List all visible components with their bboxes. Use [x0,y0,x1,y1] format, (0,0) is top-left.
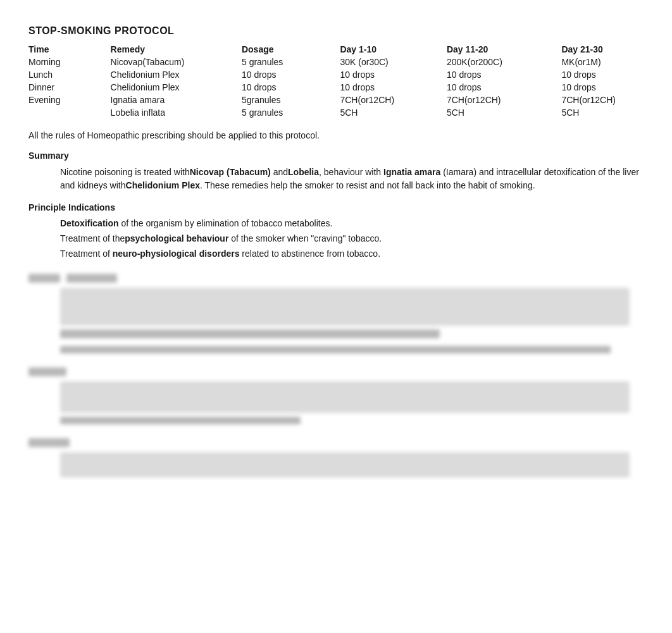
principle-body: Detoxification of the organism by elimin… [60,216,644,261]
cell-time [28,106,111,119]
principle-detox: Detoxification [60,218,119,228]
rule-text: All the rules of Homeopathic prescribing… [28,130,644,140]
summary-body: Nicotine poisoning is treated withNicova… [60,166,644,192]
cell-time: Dinner [28,81,111,94]
cell-day1: 30K (or30C) [340,56,446,68]
principle-section: Principle Indications Detoxification of … [28,202,644,261]
col-header-day11: Day 11-20 [447,43,561,56]
principle-neuro-pre: Treatment of [60,249,113,259]
summary-chelid: Chelidonium Plex [126,180,200,190]
table-row: LunchChelidonium Plex10 drops10 drops10 … [28,68,644,81]
cell-day21: 7CH(or12CH) [561,94,644,106]
principle-neuro-rest: related to abstinence from tobacco. [239,249,380,259]
cell-day1: 7CH(or12CH) [340,94,446,106]
col-header-day21: Day 21-30 [561,43,644,56]
cell-dosage: 5granules [242,94,340,106]
cell-remedy: Lobelia inflata [111,106,242,119]
cell-time: Lunch [28,68,111,81]
table-row: DinnerChelidonium Plex10 drops10 drops10… [28,81,644,94]
col-header-remedy: Remedy [111,43,242,56]
page-title: STOP-SMOKING PROTOCOL [28,25,644,37]
cell-remedy: Chelidonium Plex [111,68,242,81]
col-header-dosage: Dosage [242,43,340,56]
principle-behav-rest: of the smoker when "craving" tobacco. [228,233,382,243]
cell-remedy: Nicovap(Tabacum) [111,56,242,68]
rule-bold: All the rules of Homeopathic prescribing… [28,130,317,140]
summary-lobelia: Lobelia [288,167,319,177]
summary-ignatia: Ignatia amara [383,167,440,177]
cell-day21: 5CH [561,106,644,119]
blurred-section [28,274,644,477]
summary-and: and [271,167,288,177]
cell-dosage: 10 drops [242,68,340,81]
blurred-block-1 [28,274,644,353]
table-row: MorningNicovap(Tabacum)5 granules30K (or… [28,56,644,68]
principle-line-1: Detoxification of the organism by elimin… [60,216,644,231]
cell-dosage: 5 granules [242,106,340,119]
cell-dosage: 10 drops [242,81,340,94]
col-header-day1: Day 1-10 [340,43,446,56]
principle-behav-pre: Treatment of the [60,233,125,243]
cell-day1: 10 drops [340,68,446,81]
blurred-block-3 [28,438,644,477]
rule-end: . [317,130,320,140]
cell-dosage: 5 granules [242,56,340,68]
cell-day11: 200K(or200C) [447,56,561,68]
summary-pre: Nicotine poisoning is treated with [60,167,190,177]
cell-time: Evening [28,94,111,106]
col-header-time: Time [28,43,111,56]
summary-section: Summary Nicotine poisoning is treated wi… [28,151,644,192]
summary-title: Summary [28,151,644,161]
summary-end: . These remedies help the smoker to resi… [200,180,535,190]
table-row: EveningIgnatia amara5granules7CH(or12CH)… [28,94,644,106]
principle-neuro-bold: neuro-physiological disorders [113,249,240,259]
cell-day1: 5CH [340,106,446,119]
cell-day21: MK(or1M) [561,56,644,68]
cell-day11: 10 drops [447,81,561,94]
principle-title: Principle Indications [28,202,644,212]
cell-remedy: Chelidonium Plex [111,81,242,94]
summary-nicovap: Nicovap (Tabacum) [190,167,271,177]
cell-time: Morning [28,56,111,68]
cell-day1: 10 drops [340,81,446,94]
summary-mid: , behaviour with [319,167,383,177]
cell-day11: 10 drops [447,68,561,81]
cell-day21: 10 drops [561,81,644,94]
cell-remedy: Ignatia amara [111,94,242,106]
principle-behav-bold: psychological behaviour [125,233,228,243]
cell-day11: 7CH(or12CH) [447,94,561,106]
principle-line-2: Treatment of thepsychological behaviour … [60,231,644,247]
principle-line-3: Treatment of neuro-physiological disorde… [60,247,644,262]
table-row: Lobelia inflata5 granules5CH5CH5CH [28,106,644,119]
cell-day11: 5CH [447,106,561,119]
protocol-table: Time Remedy Dosage Day 1-10 Day 11-20 Da… [28,43,644,119]
principle-detox-rest: of the organism by elimination of tobacc… [121,218,332,228]
cell-day21: 10 drops [561,68,644,81]
blurred-block-2 [28,367,644,424]
